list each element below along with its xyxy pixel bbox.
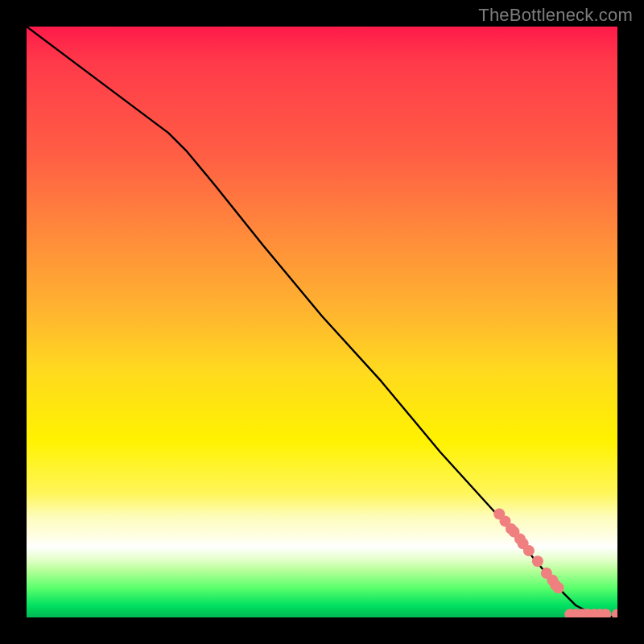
watermark-text: TheBottleneck.com [478,5,633,26]
scatter-point [518,538,529,549]
scatter-point [571,609,582,617]
scatter-point [553,582,564,593]
scatter-point [541,568,552,579]
scatter-point [594,609,605,617]
line-curve [27,27,617,617]
scatter-point [547,575,558,586]
scatter-point [532,555,543,567]
scatter-point [576,609,588,617]
scatter-point [514,533,526,544]
scatter-markers [493,509,617,618]
scatter-point [509,526,520,538]
scatter-point [588,609,600,617]
plot-area [27,27,617,617]
scatter-point [564,609,576,617]
scatter-point [582,609,593,617]
scatter-point [523,545,535,556]
scatter-point [506,523,517,535]
chart-frame: TheBottleneck.com [0,0,644,644]
scatter-point [612,609,617,617]
scatter-point [600,609,611,617]
scatter-point [493,509,505,520]
scatter-point [500,515,511,526]
scatter-point [550,580,561,591]
scatter-point [580,609,591,617]
chart-overlay [27,27,617,617]
